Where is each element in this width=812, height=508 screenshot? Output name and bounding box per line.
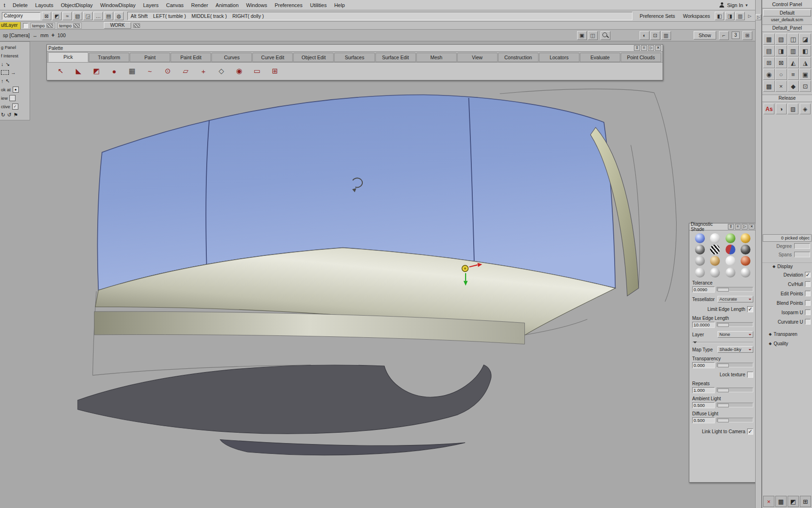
palette-tab[interactable]: Paint xyxy=(130,53,170,62)
tool-icon[interactable]: ◫ xyxy=(788,33,799,45)
viewbar-icon[interactable]: ▣ xyxy=(577,31,587,40)
tool-icon[interactable]: ◪ xyxy=(799,33,811,45)
tool-icon[interactable]: × xyxy=(775,80,787,92)
preference-sets-button[interactable]: Preference Sets xyxy=(636,13,678,19)
viewbar-icon[interactable]: ▥ xyxy=(661,31,671,40)
tolerance-field[interactable]: 0.0090 xyxy=(692,286,715,293)
zoom-value[interactable]: 100 xyxy=(57,32,66,38)
view-checkbox[interactable] xyxy=(9,95,16,101)
palette-tab[interactable]: View xyxy=(457,53,498,62)
palette-tool-icon[interactable]: ↖ xyxy=(55,65,67,77)
viewport-3d[interactable] xyxy=(0,41,755,508)
shade-mode-icon[interactable] xyxy=(710,256,720,266)
tool-icon[interactable]: ≡ xyxy=(788,69,799,80)
display-section-header[interactable]: ◆ Display xyxy=(762,262,812,270)
menu-item[interactable]: Windows xyxy=(242,2,271,8)
close-icon[interactable]: ✕ xyxy=(655,45,661,51)
chrome-mode-icon[interactable] xyxy=(710,268,720,278)
menu-item[interactable]: WindowDisplay xyxy=(96,2,139,8)
diffuse-light-slider[interactable] xyxy=(717,418,753,422)
layer-swatch-2[interactable]: tempo xyxy=(57,23,82,29)
panel-row-1[interactable]: g Panel xyxy=(1,43,29,51)
grid-layout-icon[interactable]: ⊞ xyxy=(742,31,752,40)
chrome-mode-icon[interactable] xyxy=(726,268,735,278)
tool-icon[interactable]: ◆ xyxy=(788,80,799,92)
palette-tool-icon[interactable]: ▭ xyxy=(251,65,263,77)
expand-icon[interactable]: ▷ xyxy=(742,224,748,230)
tool-icon[interactable]: ◧ xyxy=(799,45,811,56)
shade-mode-icon[interactable] xyxy=(710,233,720,243)
category-field[interactable]: Category xyxy=(2,12,40,20)
max-edge-field[interactable]: 10.0000 xyxy=(692,322,715,328)
camera-label[interactable]: sp [Camera] xyxy=(3,32,30,38)
spans-field[interactable] xyxy=(794,252,810,257)
diffuse-light-field[interactable]: 0.500 xyxy=(692,417,715,423)
arrow-up-icon[interactable]: ↑ xyxy=(1,78,4,84)
toggle-checkbox[interactable] xyxy=(805,310,811,315)
tool-icon[interactable]: ◉ xyxy=(763,69,775,80)
rotate-cw-icon[interactable]: ↻ xyxy=(1,112,5,118)
shade-mode-icon[interactable] xyxy=(741,256,750,266)
menu-item[interactable]: Utilities xyxy=(306,2,330,8)
palette-tool-icon[interactable]: + xyxy=(197,65,210,77)
shade-mode-icon[interactable] xyxy=(695,245,705,254)
shade-mode-icon[interactable] xyxy=(695,256,705,266)
close-icon[interactable]: ✕ xyxy=(749,224,755,230)
palette-tool-icon[interactable]: ◣ xyxy=(72,65,85,77)
menu-icon[interactable]: ≡ xyxy=(641,45,647,51)
toggle-checkbox[interactable] xyxy=(805,319,811,325)
menu-item[interactable]: ObjectDisplay xyxy=(57,2,96,8)
palette-tab[interactable]: Paint Edit xyxy=(171,53,211,62)
chrome-mode-icon[interactable] xyxy=(695,268,705,278)
shade-mode-icon[interactable] xyxy=(726,256,735,266)
menu-item[interactable]: t xyxy=(0,2,9,8)
work-layer-button[interactable]: WORK xyxy=(104,22,131,29)
tool-icon[interactable]: ▣ xyxy=(799,69,811,80)
tolerance-slider[interactable] xyxy=(717,287,753,292)
toolbar-icon[interactable]: ◩ xyxy=(52,12,62,20)
palette-tab[interactable]: Object Edit xyxy=(293,53,334,62)
workspaces-button[interactable]: Workspaces xyxy=(680,13,714,19)
palette-tab[interactable]: Evaluate xyxy=(580,53,620,62)
shade-mode-icon[interactable] xyxy=(741,245,750,254)
tool-icon[interactable]: ⊠ xyxy=(775,57,787,68)
look-at-icon[interactable]: ● xyxy=(13,87,19,93)
palette-tool-icon[interactable]: ▦ xyxy=(126,65,138,77)
collapse-icon[interactable]: ⇕ xyxy=(728,224,734,230)
toolbar-icon[interactable]: … xyxy=(94,12,103,20)
menu-item[interactable]: Layers xyxy=(139,2,162,8)
toolbar-icon[interactable]: ≈ xyxy=(62,12,72,20)
arrow-right-icon[interactable]: → xyxy=(11,70,16,75)
tool-icon[interactable]: ○ xyxy=(775,69,787,80)
active-layer-tab[interactable]: ultLayer xyxy=(0,22,21,29)
viewbar-icon[interactable]: ⊡ xyxy=(650,31,660,40)
tool-icon[interactable]: ⊞ xyxy=(763,57,775,68)
palette-tab[interactable]: Mesh xyxy=(416,53,457,62)
palette-tool-icon[interactable]: ◇ xyxy=(215,65,227,77)
palette-tool-icon[interactable]: ◉ xyxy=(233,65,245,77)
tool-icon[interactable]: ◮ xyxy=(799,57,811,68)
ambient-light-slider[interactable] xyxy=(717,403,753,407)
max-edge-slider[interactable] xyxy=(717,322,753,327)
hatch-swatch-icon[interactable] xyxy=(133,24,140,28)
palette-tool-icon[interactable]: ▱ xyxy=(180,65,192,77)
collapse-icon[interactable]: ⇕ xyxy=(634,45,640,51)
palette-tool-icon[interactable]: ⊙ xyxy=(162,65,174,77)
panel-divider-strip[interactable]: ▷ xyxy=(755,0,762,508)
limit-edge-checkbox[interactable] xyxy=(747,306,753,312)
repeats-field[interactable]: 1.000 xyxy=(692,387,715,393)
menu-item[interactable]: Canvas xyxy=(162,2,187,8)
layer-dropdown[interactable]: None xyxy=(718,331,753,338)
collapsed-section-row[interactable]: ◆ Quality xyxy=(762,339,812,348)
menu-item[interactable]: Preferences xyxy=(271,2,306,8)
control-panel-header[interactable]: Control Panel xyxy=(762,0,812,8)
layer-swatch-1[interactable]: tempo xyxy=(31,23,55,29)
tool-icon[interactable]: ▥ xyxy=(788,45,799,56)
panel-expand-icon[interactable]: ▷ xyxy=(756,14,761,20)
repeats-slider[interactable] xyxy=(717,388,753,392)
panel-row-2[interactable]: f Interest xyxy=(1,51,29,60)
toggle-checkbox[interactable] xyxy=(805,281,811,287)
bottom-tool-icon[interactable]: × xyxy=(763,496,774,507)
shade-mode-icon[interactable] xyxy=(741,233,750,243)
palette-tab[interactable]: Point Clouds xyxy=(621,53,661,62)
